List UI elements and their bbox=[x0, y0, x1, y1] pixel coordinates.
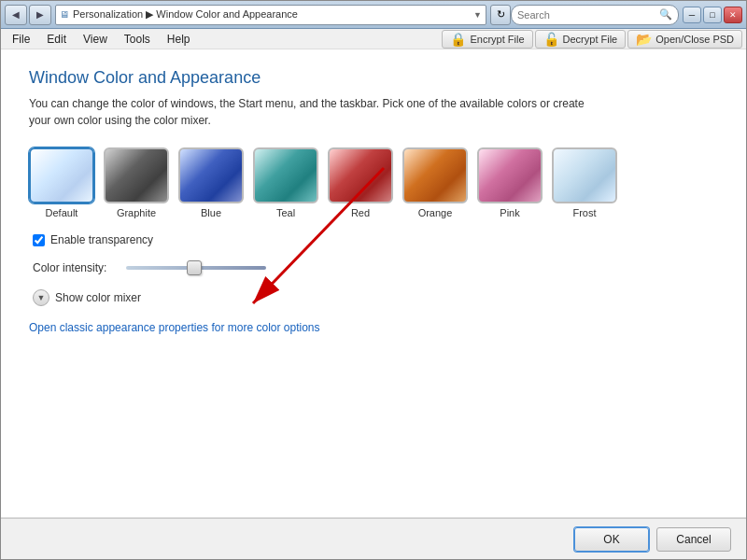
mixer-label[interactable]: Show color mixer bbox=[55, 291, 141, 304]
psd-label: Open/Close PSD bbox=[655, 34, 734, 45]
swatch-pink[interactable]: Pink bbox=[477, 147, 543, 218]
swatch-teal[interactable]: Teal bbox=[253, 147, 318, 218]
swatch-red[interactable]: Red bbox=[328, 147, 393, 218]
menu-file[interactable]: File bbox=[5, 31, 37, 48]
swatch-teal-label: Teal bbox=[276, 207, 295, 218]
swatch-graphite-label: Graphite bbox=[117, 207, 156, 218]
swatch-graphite-preview bbox=[104, 147, 169, 203]
mixer-section: ▼ Show color mixer Open classic appearan… bbox=[29, 289, 718, 334]
intensity-label: Color intensity: bbox=[33, 261, 117, 274]
search-icon[interactable]: 🔍 bbox=[659, 8, 672, 21]
page-title: Window Color and Appearance bbox=[29, 68, 718, 88]
address-bar[interactable]: 🖥 Personalization ▶ Window Color and App… bbox=[55, 5, 486, 25]
swatch-red-preview bbox=[328, 147, 393, 203]
decrypt-file-button[interactable]: 🔓 Decrypt File bbox=[535, 30, 627, 49]
refresh-button[interactable]: ↻ bbox=[490, 5, 511, 25]
back-button[interactable]: ◀ bbox=[5, 5, 27, 25]
breadcrumb-text: Personalization ▶ Window Color and Appea… bbox=[73, 8, 470, 21]
minimize-button[interactable]: ─ bbox=[683, 7, 701, 23]
main-window: ◀ ▶ 🖥 Personalization ▶ Window Color and… bbox=[0, 0, 747, 560]
mixer-row: ▼ Show color mixer bbox=[29, 289, 718, 306]
forward-button[interactable]: ▶ bbox=[29, 5, 51, 25]
decrypt-label: Decrypt File bbox=[563, 34, 618, 45]
transparency-row: Enable transparency bbox=[29, 233, 718, 246]
ok-button[interactable]: OK bbox=[574, 527, 649, 552]
swatch-blue-preview bbox=[178, 147, 244, 203]
swatch-default-label: Default bbox=[46, 207, 78, 218]
intensity-slider-thumb[interactable] bbox=[187, 260, 202, 275]
swatch-graphite[interactable]: Graphite bbox=[104, 147, 169, 218]
decrypt-icon: 🔓 bbox=[543, 32, 559, 47]
swatch-red-label: Red bbox=[351, 207, 370, 218]
swatch-blue[interactable]: Blue bbox=[178, 147, 244, 218]
menu-edit[interactable]: Edit bbox=[39, 31, 74, 48]
swatch-orange-label: Orange bbox=[418, 207, 453, 218]
intensity-row: Color intensity: bbox=[29, 261, 718, 274]
encrypt-label: Encrypt File bbox=[470, 34, 524, 45]
maximize-button[interactable]: □ bbox=[703, 7, 722, 23]
encrypt-file-button[interactable]: 🔒 Encrypt File bbox=[442, 30, 532, 49]
cancel-button[interactable]: Cancel bbox=[656, 527, 731, 552]
swatch-teal-preview bbox=[253, 147, 318, 203]
swatch-frost-preview bbox=[552, 147, 617, 203]
swatch-orange[interactable]: Orange bbox=[402, 147, 468, 218]
color-swatch-row: Default Graphite Blue Teal Red Orange bbox=[29, 147, 718, 218]
swatch-frost-label: Frost bbox=[572, 207, 596, 218]
swatch-default[interactable]: Default bbox=[29, 147, 94, 218]
page-description: You can change the color of windows, the… bbox=[29, 95, 718, 129]
search-input[interactable] bbox=[517, 9, 655, 21]
swatch-blue-label: Blue bbox=[201, 207, 221, 218]
search-bar[interactable]: 🔍 bbox=[511, 5, 679, 25]
transparency-checkbox[interactable] bbox=[33, 234, 45, 246]
titlebar: ◀ ▶ 🖥 Personalization ▶ Window Color and… bbox=[1, 1, 746, 29]
encrypt-icon: 🔒 bbox=[450, 32, 466, 47]
swatch-frost[interactable]: Frost bbox=[552, 147, 617, 218]
swatch-pink-label: Pink bbox=[500, 207, 519, 218]
footer: OK Cancel bbox=[1, 518, 746, 559]
menu-help[interactable]: Help bbox=[160, 31, 198, 48]
transparency-label[interactable]: Enable transparency bbox=[50, 233, 153, 246]
open-close-psd-button[interactable]: 📂 Open/Close PSD bbox=[627, 30, 742, 49]
link-row: Open classic appearance properties for m… bbox=[29, 321, 718, 334]
psd-icon: 📂 bbox=[636, 32, 652, 47]
address-dropdown-icon[interactable]: ▼ bbox=[473, 10, 482, 20]
classic-appearance-link[interactable]: Open classic appearance properties for m… bbox=[29, 321, 320, 334]
menubar: File Edit View Tools Help 🔒 Encrypt File… bbox=[1, 29, 746, 49]
mixer-expand-button[interactable]: ▼ bbox=[33, 289, 49, 306]
nav-buttons: ◀ ▶ bbox=[5, 5, 51, 25]
swatch-orange-preview bbox=[402, 147, 468, 203]
menu-tools[interactable]: Tools bbox=[117, 31, 158, 48]
window-controls: ─ □ ✕ bbox=[683, 7, 742, 23]
swatch-default-preview bbox=[29, 147, 94, 203]
menu-view[interactable]: View bbox=[76, 31, 115, 48]
address-icon: 🖥 bbox=[60, 9, 69, 20]
close-button[interactable]: ✕ bbox=[724, 7, 742, 23]
intensity-slider-track[interactable] bbox=[126, 266, 266, 270]
swatch-pink-preview bbox=[477, 147, 543, 203]
content-area: Window Color and Appearance You can chan… bbox=[1, 49, 746, 518]
